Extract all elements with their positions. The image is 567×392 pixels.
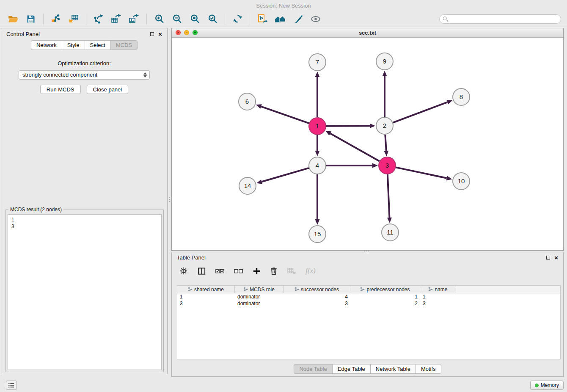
cell-successor-nodes[interactable]: 3	[284, 300, 350, 307]
cybrowser-home-button[interactable]	[271, 12, 289, 26]
import-table-button[interactable]	[65, 12, 83, 26]
criterion-dropdown[interactable]: strongly connected component	[19, 70, 150, 80]
graph-edge-3-1[interactable]	[330, 133, 379, 161]
column-header-label: shared name	[194, 287, 224, 293]
tab-edge-table[interactable]: Edge Table	[332, 364, 371, 374]
column-header-shared-name[interactable]: shared name	[177, 286, 235, 293]
show-columns-button[interactable]	[197, 267, 206, 276]
export-network-button[interactable]	[90, 12, 107, 26]
column-type-icon	[295, 287, 299, 292]
tab-network-table[interactable]: Network Table	[370, 364, 416, 374]
graph-node-9[interactable]: 9	[376, 53, 393, 70]
cell-predecessor-nodes[interactable]: 2	[350, 300, 420, 307]
tab-style[interactable]: Style	[62, 40, 85, 50]
column-header-name[interactable]: name	[420, 286, 456, 293]
vertical-splitter-handle[interactable]	[168, 193, 171, 206]
graph-node-11[interactable]: 11	[382, 224, 399, 241]
save-session-button[interactable]	[22, 12, 40, 26]
table-row: 1dominator411	[177, 293, 560, 300]
graph-node-3[interactable]: 3	[379, 157, 396, 174]
main-toolbar	[0, 11, 567, 27]
tab-select[interactable]: Select	[85, 40, 111, 50]
task-history-button[interactable]	[6, 381, 17, 390]
graph-edge-3-10[interactable]	[396, 167, 447, 178]
delete-columns-button[interactable]	[270, 267, 278, 275]
graph-edge-4-14[interactable]	[262, 168, 309, 182]
graph-edge-2-8[interactable]	[393, 102, 448, 122]
tab-motifs[interactable]: Motifs	[416, 364, 441, 374]
graph-node-7[interactable]: 7	[309, 54, 326, 71]
cell-successor-nodes[interactable]: 4	[284, 293, 350, 300]
close-window-icon[interactable]: ×	[176, 30, 181, 35]
column-type-icon	[188, 287, 193, 292]
graph-node-15[interactable]: 15	[309, 226, 326, 243]
close-table-panel-icon[interactable]: ×	[554, 254, 558, 261]
graph-edge-3-11[interactable]	[388, 174, 390, 218]
cell-MCDS-role[interactable]: dominator	[235, 293, 284, 300]
float-panel-icon[interactable]	[150, 32, 154, 36]
tab-network[interactable]: Network	[31, 40, 62, 50]
mcds-result-line: 3	[11, 223, 158, 230]
cell-predecessor-nodes[interactable]: 1	[350, 293, 420, 300]
close-panel-icon[interactable]: ×	[158, 31, 162, 37]
apply-layout-button[interactable]	[228, 12, 246, 26]
search-input[interactable]	[439, 14, 561, 24]
graph-edge-arrow-icon	[446, 176, 452, 180]
tab-node-table[interactable]: Node Table	[294, 364, 333, 374]
cell-shared-name[interactable]: 3	[177, 300, 235, 307]
column-header-successor-nodes[interactable]: successor nodes	[284, 286, 350, 293]
maximize-window-icon[interactable]: +	[193, 30, 198, 35]
export-image-button[interactable]	[125, 12, 143, 26]
graph-edge-arrow-icon	[315, 219, 320, 225]
graph-edge-2-3[interactable]	[385, 135, 386, 151]
float-table-panel-icon[interactable]	[546, 256, 550, 259]
graph-edge-1-2[interactable]	[326, 126, 370, 126]
graph-edge-arrow-icon	[315, 72, 320, 77]
import-table-icon	[68, 14, 79, 25]
search-icon	[443, 17, 447, 20]
graph-node-1[interactable]: 1	[309, 118, 326, 135]
table-settings-button[interactable]	[179, 267, 188, 275]
graph-node-8[interactable]: 8	[453, 88, 470, 105]
select-all-rows-button[interactable]	[215, 268, 225, 275]
close-panel-button[interactable]: Close panel	[87, 85, 129, 94]
zoom-fit-button[interactable]	[186, 12, 204, 26]
cell-name[interactable]: 3	[420, 300, 456, 307]
cell-shared-name[interactable]: 1	[177, 293, 235, 300]
graph-node-label: 11	[387, 229, 394, 236]
graph-edge-1-6[interactable]	[261, 107, 309, 124]
zoom-selected-button[interactable]	[204, 12, 221, 26]
graph-node-2[interactable]: 2	[376, 117, 393, 134]
deselect-all-rows-button[interactable]	[234, 268, 243, 275]
apply-style-button[interactable]	[289, 12, 307, 26]
show-graphics-details-button[interactable]	[307, 12, 325, 26]
import-network-button[interactable]	[47, 12, 65, 26]
run-mcds-button[interactable]: Run MCDS	[40, 85, 81, 94]
graph-node-6[interactable]: 6	[239, 93, 256, 110]
mcds-result-list[interactable]: 13	[8, 214, 162, 370]
cell-name[interactable]: 1	[420, 293, 456, 300]
network-canvas[interactable]: 7968124314101511	[172, 38, 563, 250]
network-from-clipboard-button[interactable]	[253, 12, 271, 26]
add-column-button[interactable]	[253, 267, 261, 275]
graph-node-14[interactable]: 14	[239, 177, 256, 194]
zoom-out-button[interactable]	[168, 12, 186, 26]
table-toolbar: f(x)	[172, 262, 563, 279]
table-tabs: Node TableEdge TableNetwork TableMotifs	[172, 364, 563, 374]
minimize-window-icon[interactable]: −	[184, 30, 189, 35]
column-header-MCDS-role[interactable]: MCDS role	[235, 286, 284, 293]
export-table-button[interactable]	[107, 12, 125, 26]
memory-button[interactable]: Memory	[530, 381, 564, 390]
control-panel: Control Panel × NetworkStyleSelectMCDS O…	[1, 28, 168, 374]
graph-node-label: 10	[458, 177, 465, 185]
control-panel-tabs: NetworkStyleSelectMCDS	[1, 40, 167, 50]
export-network-icon	[93, 14, 104, 25]
column-header-predecessor-nodes[interactable]: predecessor nodes	[350, 286, 420, 293]
graph-node-4[interactable]: 4	[309, 157, 326, 174]
cell-MCDS-role[interactable]: dominator	[235, 300, 284, 307]
tab-mcds[interactable]: MCDS	[110, 40, 138, 50]
zoom-in-button[interactable]	[150, 12, 168, 26]
open-session-button[interactable]	[4, 12, 22, 26]
save-disk-icon	[26, 14, 36, 24]
graph-node-10[interactable]: 10	[453, 173, 470, 190]
